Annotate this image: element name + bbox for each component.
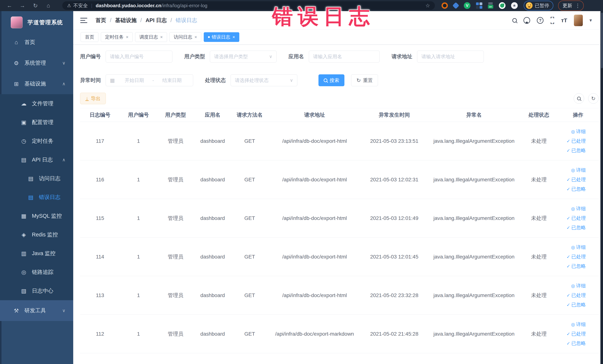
extension-icon-orange[interactable] <box>441 2 448 9</box>
paused-extension-badge[interactable]: 已暂停 <box>524 1 553 10</box>
user-type-select[interactable]: 请选择用户类型 ∨ <box>210 51 277 62</box>
mark-ignored-link[interactable]: ✓已忽略 <box>567 147 586 154</box>
sidebar-item-tracing[interactable]: ◎ 链路追踪 <box>0 263 73 282</box>
sidebar-item-error-log[interactable]: ▤ 错误日志 <box>0 188 73 207</box>
fullscreen-icon[interactable]: ⌜⌝⌞⌟ <box>550 17 555 23</box>
mark-ignored-link[interactable]: ✓已忽略 <box>567 340 586 347</box>
detail-link[interactable]: ◎详细 <box>571 244 586 250</box>
breadcrumb: 首页 / 基础设施 / API 日志 / 错误日志 <box>95 17 197 24</box>
tab-access-log[interactable]: 访问日志× <box>169 32 201 42</box>
browser-menu-icon[interactable]: ⋮ <box>575 3 580 9</box>
sidebar-item-system-mgmt[interactable]: ⚙ 系统管理 ∨ <box>0 53 73 73</box>
extension-icon-leaf[interactable] <box>499 2 506 9</box>
close-icon[interactable]: × <box>126 35 128 40</box>
sidebar-item-mysql-monitor[interactable]: ▦ MySQL 监控 <box>0 207 73 225</box>
bookmark-star-icon[interactable]: ☆ <box>425 3 430 9</box>
filter-request-url: 请求地址 <box>392 51 484 62</box>
table-row[interactable]: 117 1 管理员 dashboard GET /api/infra/db-do… <box>80 122 599 160</box>
tab-home[interactable]: 首页 <box>81 32 98 42</box>
process-status-select[interactable]: 请选择处理状态 ∨ <box>231 74 297 86</box>
user-id-input[interactable] <box>110 54 168 59</box>
cell-method: GET <box>231 138 268 144</box>
extension-icon-switch[interactable]: on <box>488 3 493 9</box>
sidebar-item-log-center[interactable]: ▧ 日志中心 <box>0 282 73 300</box>
search-icon[interactable] <box>512 18 517 23</box>
sidebar-item-redis-monitor[interactable]: ◈ Redis 监控 <box>0 225 73 244</box>
sidebar-item-config-mgmt[interactable]: ▣ 配置管理 <box>0 113 73 132</box>
mark-processed-link[interactable]: ✓已处理 <box>567 254 586 260</box>
mark-ignored-link[interactable]: ✓已忽略 <box>567 302 586 308</box>
tags-view: 首页 定时任务× 调度日志× 访问日志× 错误日志× <box>73 30 603 45</box>
scrollbar-thumb[interactable] <box>601 13 603 68</box>
sidebar-item-java-monitor[interactable]: ▥ Java 监控 <box>0 244 73 263</box>
browser-update-button[interactable]: 更新 ⋮ <box>558 0 584 11</box>
sidebar-toggle-icon[interactable] <box>80 18 87 23</box>
close-icon[interactable]: × <box>195 35 197 40</box>
table-row[interactable]: 115 1 管理员 dashboard GET /api/infra/db-do… <box>80 199 599 237</box>
security-label[interactable]: 不安全 <box>73 2 88 9</box>
table-row[interactable]: 114 1 管理员 dashboard GET /api/infra/db-do… <box>80 237 599 276</box>
user-avatar[interactable] <box>574 15 583 26</box>
toggle-search-button[interactable] <box>574 93 584 104</box>
cell-log-id: 115 <box>80 215 120 221</box>
browser-home-icon[interactable]: ⌂ <box>42 2 55 9</box>
extension-icon-grid[interactable] <box>476 2 482 9</box>
column-header: 请求地址 <box>268 111 361 118</box>
browser-back-icon[interactable]: ← <box>3 2 16 9</box>
app-name-input[interactable] <box>313 54 375 59</box>
sidebar-item-api-log[interactable]: ▤ API 日志 ∧ <box>0 150 73 169</box>
close-icon[interactable]: × <box>160 35 163 40</box>
sidebar-item-scheduled-jobs[interactable]: ◷ 定时任务 <box>0 132 73 150</box>
detail-link[interactable]: ◎详细 <box>571 205 586 212</box>
close-icon[interactable]: × <box>232 35 235 40</box>
mark-processed-link[interactable]: ✓已处理 <box>567 138 586 144</box>
sidebar-item-dev-tools[interactable]: ⚒ 研发工具 ∨ <box>0 300 73 321</box>
mark-processed-link[interactable]: ✓已处理 <box>567 215 586 221</box>
detail-link[interactable]: ◎详细 <box>571 282 586 289</box>
breadcrumb-api-log[interactable]: API 日志 <box>146 17 167 24</box>
reset-button[interactable]: ↻ 重置 <box>351 74 378 86</box>
vue-devtools-icon[interactable]: V <box>464 2 470 9</box>
refresh-table-button[interactable]: ↻ <box>588 93 599 104</box>
table-header-row: 日志编号用户编号用户类型应用名请求方法名请求地址异常发生时间异常名处理状态操作 <box>80 108 599 122</box>
mark-processed-link[interactable]: ✓已处理 <box>567 176 586 183</box>
column-header: 应用名 <box>194 111 231 118</box>
mark-processed-link[interactable]: ✓已处理 <box>567 292 586 299</box>
detail-link[interactable]: ◎详细 <box>571 321 586 328</box>
search-button[interactable]: 搜索 <box>318 74 344 86</box>
detail-link[interactable]: ◎详细 <box>571 167 586 173</box>
github-icon[interactable] <box>523 17 530 24</box>
date-range-picker[interactable]: ▦ 开始日期 - 结束日期 <box>106 74 193 86</box>
sidebar-item-home[interactable]: ⌂ 首页 <box>0 32 73 53</box>
export-button[interactable]: ↓ 导出 <box>80 93 106 104</box>
app-logo-row[interactable]: 芋道管理系统 <box>0 11 73 32</box>
mark-ignored-link[interactable]: ✓已忽略 <box>567 263 586 270</box>
tab-schedule-log[interactable]: 调度日志× <box>135 32 167 42</box>
request-url-input[interactable] <box>421 54 480 59</box>
table-row[interactable]: 112 1 管理员 dashboard GET /api/infra/db-do… <box>80 315 599 353</box>
table-row[interactable]: 116 1 管理员 dashboard GET /api/infra/db-do… <box>80 160 599 199</box>
tab-scheduled-jobs[interactable]: 定时任务× <box>101 32 133 42</box>
tab-error-log[interactable]: 错误日志× <box>204 32 239 42</box>
detail-link[interactable]: ◎详细 <box>571 128 586 135</box>
table-row[interactable]: 113 1 管理员 dashboard GET /api/infra/db-do… <box>80 276 599 315</box>
help-icon[interactable]: ? <box>537 17 544 24</box>
sidebar-item-infrastructure[interactable]: ⊞ 基础设施 ∧ <box>0 73 73 94</box>
mark-ignored-link[interactable]: ✓已忽略 <box>567 186 586 192</box>
sidebar-item-file-mgmt[interactable]: ☁ 文件管理 <box>0 94 73 113</box>
sidebar-item-access-log[interactable]: ▤ 访问日志 <box>0 169 73 188</box>
mark-ignored-link[interactable]: ✓已忽略 <box>567 224 586 231</box>
user-menu-caret-icon[interactable]: ▾ <box>590 17 592 23</box>
browser-forward-icon[interactable]: → <box>16 2 29 9</box>
page-scrollbar[interactable] <box>600 11 603 364</box>
column-header: 操作 <box>557 111 599 118</box>
extension-icon-blue[interactable] <box>452 2 459 9</box>
address-bar[interactable]: ⚠ 不安全 | dashboard.yudao.iocoder.cn /infr… <box>62 1 435 10</box>
browser-reload-icon[interactable]: ↻ <box>29 2 42 9</box>
extension-icon-pinwheel[interactable]: * <box>511 2 518 9</box>
font-size-icon[interactable]: ᴛT <box>561 17 567 23</box>
breadcrumb-infrastructure[interactable]: 基础设施 <box>115 17 137 24</box>
mark-processed-link[interactable]: ✓已处理 <box>567 331 586 337</box>
menu-item-icon: ◈ <box>20 231 28 238</box>
breadcrumb-home[interactable]: 首页 <box>95 17 106 24</box>
